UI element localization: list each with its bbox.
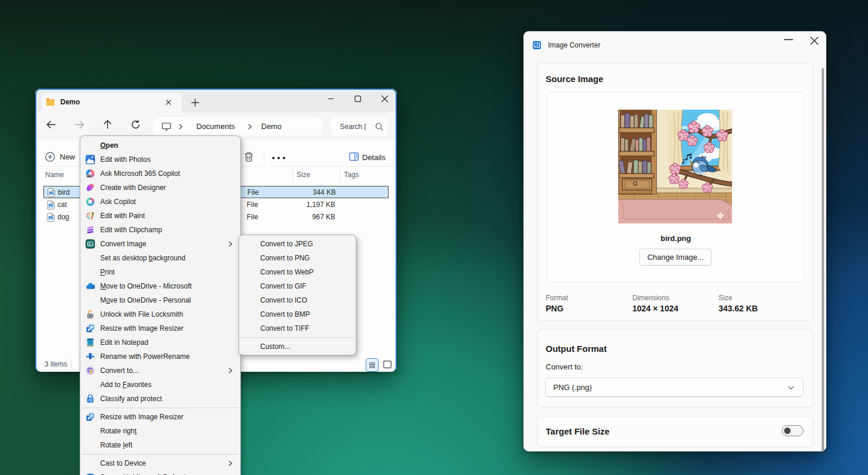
svg-text:M365: M365: [87, 175, 93, 177]
